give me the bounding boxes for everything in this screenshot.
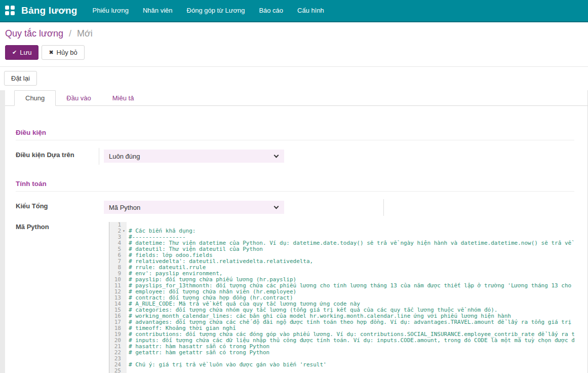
menu-item-contributions[interactable]: Đóng góp từ Lương: [180, 0, 252, 21]
section-title-computation: Tính toán: [16, 180, 574, 188]
main-menu: Phiếu lương Nhân viên Đóng góp từ Lương …: [86, 0, 331, 21]
field-row-condition-based-on: Điều kiện Dựa trên Luôn đúng: [16, 148, 574, 165]
field-row-python-code: Mã Python 12▾345678910111213141516171819…: [16, 222, 574, 373]
menu-item-reports[interactable]: Báo cáo: [252, 0, 290, 21]
amount-type-select[interactable]: Mã Python: [104, 201, 284, 214]
notebook-tabs: Chung Đầu vào Miêu tả: [5, 90, 587, 106]
section-rule: [16, 191, 574, 192]
chevron-down-icon: [274, 153, 279, 158]
save-button-label: Lưu: [20, 49, 31, 56]
breadcrumb-current: Mới: [77, 28, 93, 39]
amount-type-label: Kiểu Tổng: [16, 199, 99, 216]
x-icon: ✖: [49, 49, 53, 56]
section-rule: [16, 140, 574, 140]
reset-button-label: Đặt lại: [11, 74, 30, 82]
statusbar: Đặt lại: [0, 67, 588, 90]
field-row-amount-type: Kiểu Tổng Mã Python: [16, 199, 574, 216]
control-panel: Quy tắc lương / Mới ✔ Lưu ✖ Hủy bỏ: [0, 22, 588, 60]
amount-type-value: Mã Python: [109, 204, 140, 211]
breadcrumb: Quy tắc lương / Mới: [5, 28, 583, 39]
tab-description[interactable]: Miêu tả: [102, 91, 145, 105]
breadcrumb-parent[interactable]: Quy tắc lương: [5, 28, 63, 39]
chevron-down-icon: [274, 204, 279, 209]
menu-item-settings[interactable]: Cấu hình: [290, 0, 331, 21]
apps-menu-icon[interactable]: [5, 6, 15, 16]
tab-inputs[interactable]: Đầu vào: [56, 91, 101, 105]
menu-item-payslips[interactable]: Phiếu lương: [86, 0, 136, 21]
tab-content: Điều kiện Điều kiện Dựa trên Luôn đúng T…: [5, 106, 587, 373]
code-gutter: 12▾3456789101112131415161718192021222324…: [109, 222, 127, 373]
code-line[interactable]: # Các biến khả dụng:: [129, 228, 574, 234]
tab-general[interactable]: Chung: [14, 90, 56, 106]
python-code-label: Mã Python: [16, 222, 109, 373]
code-line[interactable]: # getattr: hàm getattr sẵn có trong Pyth…: [129, 350, 574, 356]
form-sheet: Chung Đầu vào Miêu tả Điều kiện Điều kiệ…: [5, 90, 588, 373]
action-buttons: ✔ Lưu ✖ Hủy bỏ: [5, 45, 583, 60]
code-lines[interactable]: # Các biến khả dụng:#----------------# d…: [127, 222, 574, 373]
reset-button[interactable]: Đặt lại: [4, 71, 37, 86]
discard-button-label: Hủy bỏ: [57, 49, 77, 56]
python-code-editor[interactable]: 12▾3456789101112131415161718192021222324…: [109, 222, 574, 373]
menu-item-employees[interactable]: Nhân viên: [136, 0, 180, 21]
top-navbar: Bảng lương Phiếu lương Nhân viên Đóng gó…: [0, 0, 588, 22]
sheet-background: Chung Đầu vào Miêu tả Điều kiện Điều kiệ…: [0, 90, 588, 373]
fold-arrow-icon[interactable]: ▾: [121, 228, 127, 234]
app-name[interactable]: Bảng lương: [21, 5, 77, 16]
code-line[interactable]: # Chú ý: giá trị trả về luôn vào được gá…: [129, 362, 574, 368]
discard-button[interactable]: ✖ Hủy bỏ: [42, 45, 84, 60]
condition-based-on-select[interactable]: Luôn đúng: [104, 150, 284, 163]
breadcrumb-separator: /: [66, 28, 74, 39]
code-line[interactable]: [129, 368, 574, 373]
section-title-condition: Điều kiện: [16, 129, 574, 136]
condition-based-on-value: Luôn đúng: [109, 153, 140, 160]
line-number: 25: [109, 368, 127, 373]
condition-based-on-label: Điều kiện Dựa trên: [16, 148, 99, 165]
save-button[interactable]: ✔ Lưu: [5, 45, 38, 60]
group-divider: [383, 199, 384, 216]
check-icon: ✔: [12, 49, 17, 56]
